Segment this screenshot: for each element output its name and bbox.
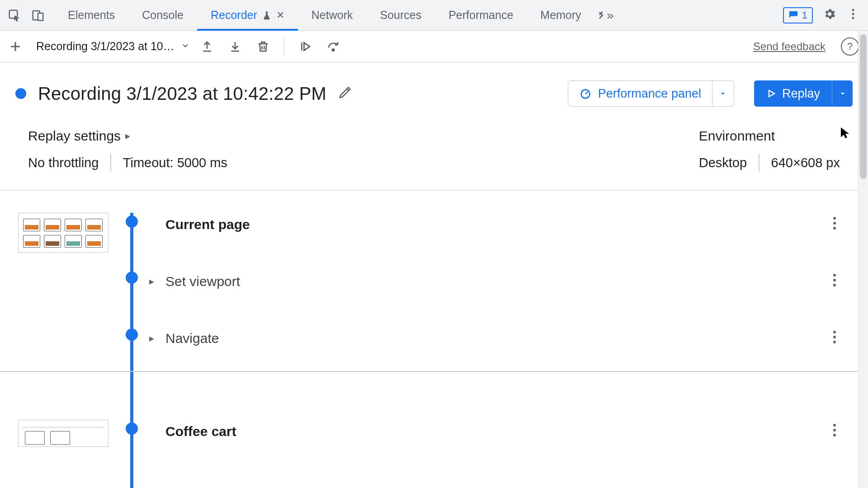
steps-list: Current page ▸ Set viewport ▸ Navigate	[0, 190, 868, 477]
svg-point-18	[833, 429, 836, 432]
tab-label: Console	[142, 9, 184, 22]
step-over-icon[interactable]	[322, 36, 344, 57]
svg-point-10	[833, 227, 836, 230]
svg-point-14	[833, 331, 836, 333]
svg-rect-2	[38, 13, 43, 20]
recording-title: Recording 3/1/2023 at 10:42:22 PM	[38, 84, 326, 104]
step-current-page[interactable]: Current page	[149, 213, 850, 236]
step-label: Coffee cart	[165, 424, 236, 439]
timeline-dot-icon	[126, 216, 138, 228]
step-group: Current page ▸ Set viewport ▸ Navigate	[18, 213, 850, 384]
svg-point-12	[833, 279, 836, 282]
svg-point-8	[833, 217, 836, 220]
step-label: Navigate	[165, 331, 219, 346]
environment-device: Desktop	[699, 155, 747, 170]
step-navigate[interactable]: ▸ Navigate	[149, 327, 850, 350]
tab-network[interactable]: Network	[298, 0, 367, 30]
scrollbar-thumb[interactable]	[860, 34, 867, 179]
step-label: Set viewport	[165, 274, 240, 289]
separator	[284, 38, 284, 55]
svg-point-5	[852, 17, 854, 19]
tab-label: Elements	[68, 9, 115, 22]
tab-console[interactable]: Console	[128, 0, 197, 30]
send-feedback-link[interactable]: Send feedback	[753, 40, 826, 53]
devtools-tabstrip: Elements Console Recorder ✕ Network Sour…	[0, 0, 868, 31]
tab-label: Sources	[380, 9, 421, 22]
tab-recorder[interactable]: Recorder ✕	[197, 0, 298, 30]
svg-point-9	[833, 222, 836, 225]
svg-point-3	[852, 9, 854, 11]
edit-title-icon[interactable]	[338, 85, 353, 102]
tabstrip-right: 1	[783, 7, 865, 23]
help-icon[interactable]: ?	[841, 38, 859, 56]
recording-selector-label: Recording 3/1/2023 at 10…	[36, 40, 175, 53]
step-options-icon[interactable]	[833, 330, 836, 347]
issues-count: 1	[802, 9, 807, 21]
step-thumbnail[interactable]	[18, 213, 108, 253]
timeout-value: Timeout: 5000 ms	[123, 155, 227, 170]
separator	[759, 154, 760, 172]
scrollbar[interactable]	[858, 31, 868, 488]
import-icon[interactable]	[196, 36, 218, 57]
environment-values: Desktop 640×608 px	[699, 154, 840, 172]
throttling-value: No throttling	[28, 155, 99, 170]
cursor-icon	[840, 127, 850, 142]
expand-right-icon: ▸	[125, 130, 130, 142]
svg-point-13	[833, 284, 836, 286]
expand-right-icon[interactable]: ▸	[149, 333, 157, 344]
tab-sources[interactable]: Sources	[366, 0, 435, 30]
tab-label: Recorder	[211, 9, 257, 22]
step-set-viewport[interactable]: ▸ Set viewport	[149, 270, 850, 293]
svg-point-4	[852, 13, 854, 15]
tab-label: Network	[311, 9, 353, 22]
timeline-dot-icon	[126, 272, 138, 284]
more-options-icon[interactable]	[846, 7, 860, 23]
close-icon[interactable]: ✕	[276, 9, 284, 21]
replay-dropdown[interactable]	[832, 80, 853, 107]
settings-icon[interactable]	[823, 7, 836, 23]
status-dot-icon	[15, 88, 26, 99]
replay-settings-toggle[interactable]: Replay settings ▸	[28, 128, 699, 144]
performance-panel-label: Performance panel	[598, 87, 701, 101]
tab-label: Memory	[540, 9, 581, 22]
timeline-dot-icon	[126, 422, 138, 435]
recording-selector[interactable]: Recording 3/1/2023 at 10…	[36, 40, 190, 53]
step-label: Current page	[165, 217, 250, 232]
svg-point-15	[833, 336, 836, 338]
tab-memory[interactable]: Memory	[527, 0, 594, 30]
tab-elements[interactable]: Elements	[54, 0, 128, 30]
separator	[110, 154, 111, 172]
device-toolbar-icon[interactable]	[26, 4, 50, 27]
experiment-icon	[262, 10, 272, 20]
new-recording-button[interactable]	[5, 36, 26, 57]
inspect-element-icon[interactable]	[3, 4, 26, 27]
svg-point-11	[833, 274, 836, 277]
step-coffee-cart[interactable]: Coffee cart	[149, 420, 850, 443]
tab-label: Performance	[448, 9, 513, 22]
recording-title-row: Recording 3/1/2023 at 10:42:22 PM Perfor…	[0, 62, 868, 115]
environment-viewport: 640×608 px	[771, 155, 840, 170]
svg-point-19	[833, 434, 836, 436]
delete-icon[interactable]	[252, 36, 274, 57]
settings-section: Replay settings ▸ No throttling Timeout:…	[0, 115, 868, 190]
step-options-icon[interactable]	[833, 273, 836, 290]
replay-settings-heading: Replay settings	[28, 128, 121, 144]
replay-button[interactable]: Replay	[754, 80, 853, 107]
export-icon[interactable]	[224, 36, 246, 57]
expand-right-icon[interactable]: ▸	[149, 276, 157, 287]
replay-settings-values: No throttling Timeout: 5000 ms	[28, 154, 699, 172]
tab-performance[interactable]: Performance	[435, 0, 527, 30]
section-divider	[0, 371, 859, 372]
recorder-toolbar: Recording 3/1/2023 at 10… Send feedback …	[0, 31, 868, 62]
chevron-down-icon	[181, 40, 190, 53]
panel-tabs: Elements Console Recorder ✕ Network Sour…	[54, 0, 614, 30]
performance-panel-button[interactable]: Performance panel	[568, 80, 734, 107]
issues-badge[interactable]: 1	[783, 7, 813, 23]
performance-panel-dropdown[interactable]	[712, 81, 734, 106]
step-thumbnail[interactable]	[18, 420, 108, 447]
step-options-icon[interactable]	[833, 423, 836, 440]
step-options-icon[interactable]	[833, 216, 836, 233]
more-tabs-icon[interactable]: »	[595, 0, 614, 30]
svg-point-17	[833, 424, 836, 427]
step-play-icon[interactable]	[294, 36, 316, 57]
